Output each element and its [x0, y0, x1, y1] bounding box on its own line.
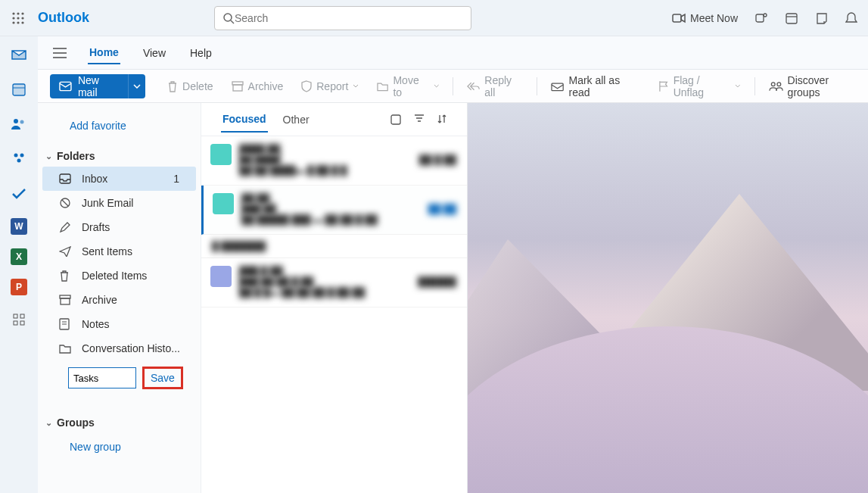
inbox-count: 1: [173, 173, 187, 185]
message-list-pane: Focused Other ████ ██ ██ ██████ █ ██ ██ …: [201, 103, 468, 493]
word-rail-icon[interactable]: W: [11, 218, 27, 235]
hamburger-icon[interactable]: [53, 48, 67, 58]
folder-label: Junk Email: [82, 197, 133, 209]
trash-icon: [59, 270, 73, 282]
folder-sent[interactable]: Sent Items: [38, 239, 201, 264]
groups-rail-icon[interactable]: [8, 148, 30, 170]
ribbon-tabs: Home View Help: [0, 36, 868, 70]
folder-drafts[interactable]: Drafts: [38, 215, 201, 239]
svg-point-0: [12, 12, 14, 14]
groups-section-header[interactable]: ⌄ Groups: [38, 412, 201, 433]
tab-view[interactable]: View: [142, 42, 167, 64]
svg-rect-24: [20, 314, 24, 318]
todo-rail-icon[interactable]: [8, 183, 30, 204]
mail-icon: [59, 81, 72, 92]
folders-section-label: Folders: [57, 150, 95, 162]
folder-inbox[interactable]: Inbox 1: [42, 167, 196, 191]
new-mail-button[interactable]: New mail: [50, 74, 128, 98]
inbox-icon: [59, 173, 73, 184]
notifications-icon[interactable]: [838, 0, 865, 36]
svg-point-18: [14, 119, 18, 123]
svg-rect-32: [233, 85, 242, 91]
svg-rect-25: [14, 321, 17, 325]
folder-junk[interactable]: Junk Email: [38, 191, 201, 215]
add-favorite-link[interactable]: Add favorite: [38, 112, 201, 145]
move-to-label: Move to: [393, 74, 428, 98]
flag-icon: [658, 80, 668, 92]
search-box[interactable]: [214, 6, 471, 30]
filter-icon[interactable]: [414, 114, 425, 126]
svg-rect-36: [60, 174, 70, 183]
chevron-down-icon: ⌄: [45, 151, 52, 161]
tips-icon[interactable]: [807, 0, 836, 36]
folder-label: Notes: [82, 318, 110, 330]
archive-button[interactable]: Archive: [224, 74, 291, 98]
tab-focused[interactable]: Focused: [221, 107, 268, 133]
folder-archive[interactable]: Archive: [38, 288, 201, 312]
message-item[interactable]: ███ █ ██ ███ ██ ██ █ ████████ ██ █ █▬ ██…: [201, 258, 467, 307]
svg-point-35: [777, 82, 781, 86]
teams-icon[interactable]: [747, 0, 776, 36]
folder-icon: [59, 343, 73, 354]
sort-icon[interactable]: [437, 114, 447, 126]
folder-deleted[interactable]: Deleted Items: [38, 264, 201, 288]
mark-read-label: Mark all as read: [568, 74, 640, 98]
folder-conversation-history[interactable]: Conversation Histo...: [38, 336, 201, 360]
move-to-button[interactable]: Move to: [369, 74, 446, 98]
delete-label: Delete: [182, 80, 213, 92]
svg-point-6: [12, 21, 14, 23]
brand-label: Outlook: [38, 10, 89, 26]
meet-now-button[interactable]: Meet Now: [664, 0, 745, 36]
new-group-link[interactable]: New group: [38, 433, 201, 460]
reading-pane: [468, 103, 868, 493]
app-rail: W X P: [0, 36, 38, 493]
people-rail-icon[interactable]: [8, 114, 30, 135]
calendar-day-icon[interactable]: [777, 0, 806, 36]
archive-icon: [232, 81, 244, 92]
powerpoint-rail-icon[interactable]: P: [11, 279, 27, 295]
drafts-icon: [59, 221, 73, 233]
excel-rail-icon[interactable]: X: [11, 248, 27, 265]
groups-icon: [769, 80, 783, 92]
mark-read-button[interactable]: Mark all as read: [543, 74, 648, 98]
svg-point-5: [21, 17, 23, 19]
svg-line-10: [231, 20, 234, 23]
svg-rect-26: [20, 321, 24, 325]
mail-rail-icon[interactable]: [8, 44, 30, 65]
search-input[interactable]: [235, 12, 463, 24]
reply-all-button[interactable]: Reply all: [459, 74, 530, 98]
tab-other[interactable]: Other: [282, 108, 311, 132]
title-bar: Outlook Meet Now: [0, 0, 868, 36]
calendar-rail-icon[interactable]: [8, 79, 30, 100]
new-mail-dropdown[interactable]: [128, 74, 145, 98]
app-launcher-icon[interactable]: [0, 0, 36, 36]
tab-home[interactable]: Home: [88, 42, 120, 64]
svg-point-22: [17, 159, 21, 163]
delete-button[interactable]: Delete: [160, 74, 220, 98]
camera-icon: [672, 13, 686, 23]
trash-icon: [167, 80, 178, 92]
flag-button[interactable]: Flag / Unflag: [651, 74, 748, 98]
save-button[interactable]: Save: [142, 367, 183, 389]
discover-groups-button[interactable]: Discover groups: [761, 74, 868, 98]
svg-point-21: [20, 154, 24, 158]
svg-point-8: [21, 21, 23, 23]
svg-rect-14: [786, 14, 797, 23]
svg-point-19: [20, 120, 24, 124]
message-item[interactable]: ██ ██ ███ ████ ██ ██ █████ ███ ▬ ██ ██ █…: [201, 186, 467, 235]
report-button[interactable]: Report: [294, 74, 366, 98]
svg-point-9: [224, 14, 232, 21]
svg-point-4: [17, 17, 19, 19]
tab-help[interactable]: Help: [188, 42, 213, 64]
new-folder-row: Save: [38, 364, 201, 392]
more-apps-rail-icon[interactable]: [8, 309, 30, 330]
folder-notes[interactable]: Notes: [38, 312, 201, 336]
select-icon[interactable]: [390, 114, 402, 126]
svg-rect-33: [552, 83, 563, 91]
folder-label: Conversation Histo...: [82, 342, 180, 354]
new-folder-input[interactable]: [68, 367, 136, 388]
svg-rect-40: [61, 298, 70, 304]
avatar: [210, 144, 232, 165]
message-item[interactable]: ████ ██ ██ ██████ █ ██ ██ ██ ████▬ █ ██ …: [201, 136, 467, 186]
folders-section-header[interactable]: ⌄ Folders: [38, 145, 201, 167]
